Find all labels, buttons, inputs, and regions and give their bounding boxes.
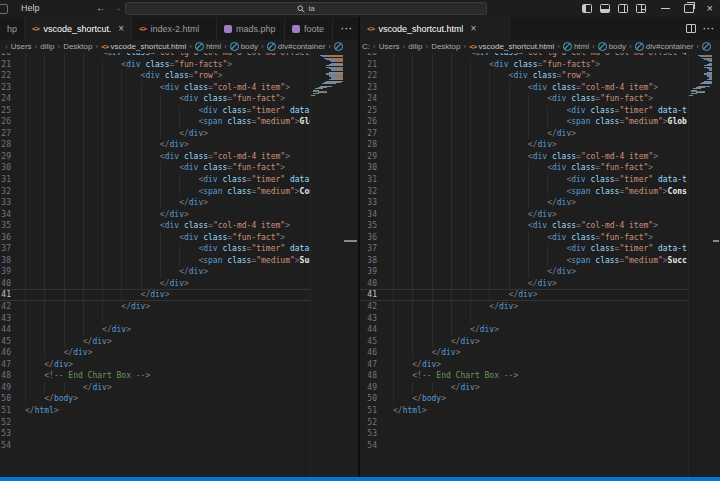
code-line[interactable]: 37 <div class="timer" data-t [0, 243, 310, 255]
line-number[interactable]: 50 [0, 393, 11, 405]
line-number[interactable]: 28 [360, 139, 377, 151]
code-line[interactable]: 42 </div> [0, 301, 310, 313]
editor-tab[interactable]: <>index-2.html [132, 17, 217, 40]
more-actions-icon[interactable]: ··· [703, 24, 715, 34]
code-line[interactable]: 39 </div> [0, 266, 310, 278]
line-number[interactable]: 48 [360, 370, 377, 382]
code-line[interactable]: 36 <div class="fun-fact"> [0, 232, 310, 244]
breadcrumb-item[interactable]: html [206, 42, 221, 51]
code-line[interactable]: 46 </div> [360, 347, 688, 359]
line-number[interactable]: 29 [360, 151, 377, 163]
overview-ruler[interactable] [712, 53, 720, 477]
code-line[interactable]: 35 <div class="col-md-4 item"> [0, 220, 310, 232]
line-number[interactable]: 39 [360, 266, 377, 278]
line-number[interactable]: 36 [0, 232, 11, 244]
close-window-icon[interactable]: × [707, 0, 713, 17]
editor-tab[interactable]: foote [285, 17, 333, 40]
line-number[interactable]: 35 [360, 220, 377, 232]
line-number[interactable]: 48 [0, 370, 11, 382]
code-line[interactable]: 28 </div> [0, 139, 310, 151]
line-number[interactable]: 33 [360, 197, 377, 209]
code-line[interactable]: 52 [0, 417, 310, 429]
line-number[interactable]: 26 [0, 116, 11, 128]
code-line[interactable]: 51</html> [360, 405, 688, 417]
line-number[interactable]: 25 [360, 105, 377, 117]
code-line[interactable]: 34 </div> [0, 209, 310, 221]
line-number[interactable]: 45 [0, 336, 11, 348]
breadcrumb-item[interactable]: vscode_shortcut.html [111, 42, 187, 51]
close-tab-icon[interactable]: × [118, 24, 124, 34]
code-line[interactable]: 41 </div> [0, 289, 310, 301]
code-line[interactable]: 53 [0, 428, 310, 440]
code-line[interactable]: 48 <!-- End Chart Box --> [0, 370, 310, 382]
line-number[interactable]: 37 [360, 243, 377, 255]
restore-window-icon[interactable] [684, 4, 694, 13]
breadcrumb-item[interactable]: Users [379, 42, 400, 51]
toggle-secondary-sidebar-icon[interactable] [618, 4, 628, 13]
code-line[interactable]: 48 <!-- End Chart Box --> [360, 370, 688, 382]
line-number[interactable]: 34 [0, 209, 11, 221]
line-number[interactable]: 29 [0, 151, 11, 163]
line-number[interactable]: 32 [360, 186, 377, 198]
line-number[interactable]: 26 [360, 116, 377, 128]
code-line[interactable]: 40 </div> [360, 278, 688, 290]
line-number[interactable]: 51 [0, 405, 11, 417]
code-line[interactable]: 53 [360, 428, 688, 440]
code-line[interactable]: 34 </div> [360, 209, 688, 221]
code-line[interactable]: 31 <div class="timer" data-t [0, 174, 310, 186]
code-line[interactable]: 49 </div> [0, 382, 310, 394]
line-number[interactable]: 24 [360, 93, 377, 105]
line-number[interactable]: 54 [0, 440, 11, 452]
line-number[interactable]: 21 [0, 59, 11, 71]
line-number[interactable]: 41 [0, 289, 11, 301]
breadcrumb-item[interactable]: Desktop [431, 42, 460, 51]
line-number[interactable]: 38 [0, 255, 11, 267]
overview-ruler[interactable] [343, 53, 358, 477]
code-line[interactable]: 54 [360, 440, 688, 452]
editor-pane[interactable]: 20 <div class="col-lg-8 col-md-8 col-md-… [360, 53, 720, 477]
line-number[interactable]: 44 [0, 324, 11, 336]
line-number[interactable]: 30 [360, 162, 377, 174]
line-number[interactable]: 22 [0, 70, 11, 82]
line-number[interactable]: 47 [360, 359, 377, 371]
code-line[interactable]: 43 [360, 313, 688, 325]
line-number[interactable]: 30 [0, 162, 11, 174]
status-bar[interactable] [0, 477, 720, 481]
split-editor-icon[interactable] [686, 24, 696, 33]
line-number[interactable]: 21 [360, 59, 377, 71]
breadcrumb-item[interactable]: vscode_shortcut.html [479, 42, 555, 51]
line-number[interactable]: 38 [360, 255, 377, 267]
code-line[interactable]: 26 <span class="medium">Glob [0, 116, 310, 128]
code-line[interactable]: 24 <div class="fun-fact"> [0, 93, 310, 105]
code-line[interactable]: 29 <div class="col-md-4 item"> [0, 151, 310, 163]
line-number[interactable]: 43 [360, 313, 377, 325]
breadcrumb-item[interactable]: div#container [646, 42, 694, 51]
code-line[interactable]: 35 <div class="col-md-4 item"> [360, 220, 688, 232]
line-number[interactable]: 28 [0, 139, 11, 151]
code-line[interactable]: 42 </div> [360, 301, 688, 313]
line-number[interactable]: 52 [360, 417, 377, 429]
code-line[interactable]: 22 <div class="row"> [360, 70, 688, 82]
breadcrumb-item[interactable]: html [574, 42, 589, 51]
code-line[interactable]: 26 <span class="medium">Glob [360, 116, 688, 128]
code-line[interactable]: 50 </body> [360, 393, 688, 405]
line-number[interactable]: 53 [360, 428, 377, 440]
code-line[interactable]: 25 <div class="timer" data-t [360, 105, 688, 117]
code-line[interactable]: 24 <div class="fun-fact"> [360, 93, 688, 105]
editor-tab[interactable]: mads.php [217, 17, 285, 40]
breadcrumb-item[interactable]: div#container [278, 42, 326, 51]
code-line[interactable]: 30 <div class="fun-fact"> [360, 162, 688, 174]
line-number[interactable]: 33 [0, 197, 11, 209]
more-actions-icon[interactable]: ··· [341, 24, 353, 34]
line-number[interactable]: 36 [360, 232, 377, 244]
code-line[interactable]: 31 <div class="timer" data-t [360, 174, 688, 186]
line-number[interactable]: 24 [0, 93, 11, 105]
line-number[interactable]: 49 [0, 382, 11, 394]
line-number[interactable]: 27 [0, 128, 11, 140]
editor-tab[interactable]: <>vscode_shortcut.html× [25, 17, 132, 40]
code-line[interactable]: 51</html> [0, 405, 310, 417]
line-number[interactable]: 32 [0, 186, 11, 198]
code-line[interactable]: 23 <div class="col-md-4 item"> [0, 82, 310, 94]
line-number[interactable]: 40 [360, 278, 377, 290]
line-number[interactable]: 45 [360, 336, 377, 348]
